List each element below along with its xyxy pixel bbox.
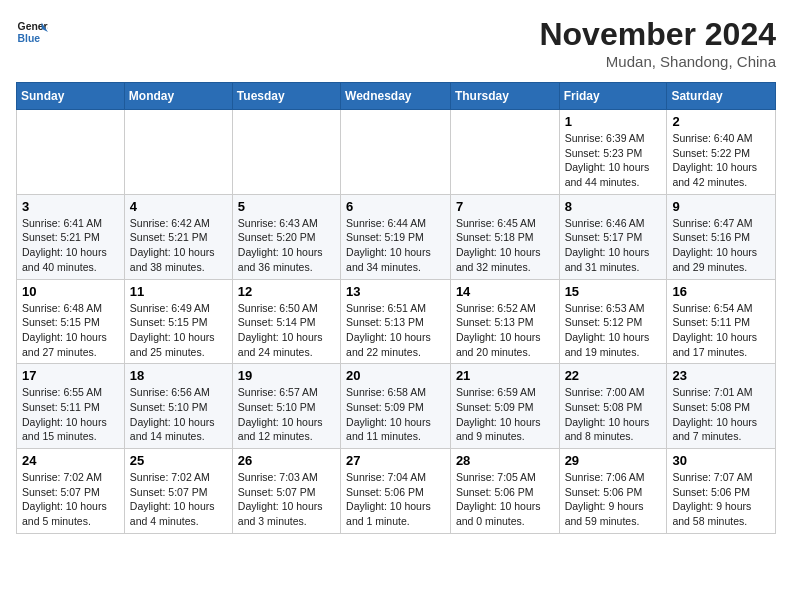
day-info: Sunrise: 7:05 AMSunset: 5:06 PMDaylight:… (456, 470, 554, 529)
calendar-day-cell: 26Sunrise: 7:03 AMSunset: 5:07 PMDayligh… (232, 449, 340, 534)
calendar-day-cell: 12Sunrise: 6:50 AMSunset: 5:14 PMDayligh… (232, 279, 340, 364)
day-number: 18 (130, 368, 227, 383)
day-number: 12 (238, 284, 335, 299)
day-info: Sunrise: 6:44 AMSunset: 5:19 PMDaylight:… (346, 216, 445, 275)
day-info: Sunrise: 7:02 AMSunset: 5:07 PMDaylight:… (22, 470, 119, 529)
calendar-day-cell: 10Sunrise: 6:48 AMSunset: 5:15 PMDayligh… (17, 279, 125, 364)
day-number: 9 (672, 199, 770, 214)
calendar-week-row: 3Sunrise: 6:41 AMSunset: 5:21 PMDaylight… (17, 194, 776, 279)
day-number: 1 (565, 114, 662, 129)
day-info: Sunrise: 6:46 AMSunset: 5:17 PMDaylight:… (565, 216, 662, 275)
calendar-day-cell: 30Sunrise: 7:07 AMSunset: 5:06 PMDayligh… (667, 449, 776, 534)
logo: General Blue (16, 16, 48, 48)
calendar-day-cell (450, 110, 559, 195)
day-info: Sunrise: 7:03 AMSunset: 5:07 PMDaylight:… (238, 470, 335, 529)
day-number: 5 (238, 199, 335, 214)
calendar-day-cell: 13Sunrise: 6:51 AMSunset: 5:13 PMDayligh… (341, 279, 451, 364)
calendar-day-cell: 3Sunrise: 6:41 AMSunset: 5:21 PMDaylight… (17, 194, 125, 279)
calendar-day-cell: 1Sunrise: 6:39 AMSunset: 5:23 PMDaylight… (559, 110, 667, 195)
calendar-day-cell: 2Sunrise: 6:40 AMSunset: 5:22 PMDaylight… (667, 110, 776, 195)
weekday-row: SundayMondayTuesdayWednesdayThursdayFrid… (17, 83, 776, 110)
weekday-header: Friday (559, 83, 667, 110)
calendar-day-cell (232, 110, 340, 195)
day-number: 11 (130, 284, 227, 299)
calendar-day-cell: 11Sunrise: 6:49 AMSunset: 5:15 PMDayligh… (124, 279, 232, 364)
calendar-day-cell (124, 110, 232, 195)
day-info: Sunrise: 6:59 AMSunset: 5:09 PMDaylight:… (456, 385, 554, 444)
day-number: 2 (672, 114, 770, 129)
day-number: 14 (456, 284, 554, 299)
day-info: Sunrise: 6:53 AMSunset: 5:12 PMDaylight:… (565, 301, 662, 360)
day-number: 27 (346, 453, 445, 468)
day-number: 22 (565, 368, 662, 383)
day-number: 10 (22, 284, 119, 299)
day-info: Sunrise: 6:39 AMSunset: 5:23 PMDaylight:… (565, 131, 662, 190)
calendar-week-row: 24Sunrise: 7:02 AMSunset: 5:07 PMDayligh… (17, 449, 776, 534)
day-info: Sunrise: 7:06 AMSunset: 5:06 PMDaylight:… (565, 470, 662, 529)
calendar-day-cell (341, 110, 451, 195)
calendar-day-cell: 16Sunrise: 6:54 AMSunset: 5:11 PMDayligh… (667, 279, 776, 364)
calendar-week-row: 1Sunrise: 6:39 AMSunset: 5:23 PMDaylight… (17, 110, 776, 195)
day-number: 30 (672, 453, 770, 468)
day-number: 29 (565, 453, 662, 468)
day-info: Sunrise: 6:56 AMSunset: 5:10 PMDaylight:… (130, 385, 227, 444)
day-info: Sunrise: 6:45 AMSunset: 5:18 PMDaylight:… (456, 216, 554, 275)
day-info: Sunrise: 6:40 AMSunset: 5:22 PMDaylight:… (672, 131, 770, 190)
location-subtitle: Mudan, Shandong, China (539, 53, 776, 70)
calendar-day-cell: 22Sunrise: 7:00 AMSunset: 5:08 PMDayligh… (559, 364, 667, 449)
day-number: 13 (346, 284, 445, 299)
day-number: 17 (22, 368, 119, 383)
day-number: 3 (22, 199, 119, 214)
calendar-day-cell: 20Sunrise: 6:58 AMSunset: 5:09 PMDayligh… (341, 364, 451, 449)
calendar-day-cell: 19Sunrise: 6:57 AMSunset: 5:10 PMDayligh… (232, 364, 340, 449)
calendar-week-row: 17Sunrise: 6:55 AMSunset: 5:11 PMDayligh… (17, 364, 776, 449)
day-info: Sunrise: 6:48 AMSunset: 5:15 PMDaylight:… (22, 301, 119, 360)
day-info: Sunrise: 7:02 AMSunset: 5:07 PMDaylight:… (130, 470, 227, 529)
weekday-header: Saturday (667, 83, 776, 110)
day-info: Sunrise: 6:54 AMSunset: 5:11 PMDaylight:… (672, 301, 770, 360)
weekday-header: Monday (124, 83, 232, 110)
calendar-day-cell: 7Sunrise: 6:45 AMSunset: 5:18 PMDaylight… (450, 194, 559, 279)
day-number: 25 (130, 453, 227, 468)
day-number: 6 (346, 199, 445, 214)
day-info: Sunrise: 6:42 AMSunset: 5:21 PMDaylight:… (130, 216, 227, 275)
calendar-day-cell: 25Sunrise: 7:02 AMSunset: 5:07 PMDayligh… (124, 449, 232, 534)
calendar-week-row: 10Sunrise: 6:48 AMSunset: 5:15 PMDayligh… (17, 279, 776, 364)
day-info: Sunrise: 6:57 AMSunset: 5:10 PMDaylight:… (238, 385, 335, 444)
calendar-day-cell: 28Sunrise: 7:05 AMSunset: 5:06 PMDayligh… (450, 449, 559, 534)
day-number: 16 (672, 284, 770, 299)
day-number: 7 (456, 199, 554, 214)
svg-text:Blue: Blue (18, 33, 41, 44)
calendar-day-cell: 15Sunrise: 6:53 AMSunset: 5:12 PMDayligh… (559, 279, 667, 364)
calendar-day-cell: 5Sunrise: 6:43 AMSunset: 5:20 PMDaylight… (232, 194, 340, 279)
calendar-day-cell: 23Sunrise: 7:01 AMSunset: 5:08 PMDayligh… (667, 364, 776, 449)
day-number: 28 (456, 453, 554, 468)
day-number: 26 (238, 453, 335, 468)
weekday-header: Sunday (17, 83, 125, 110)
weekday-header: Wednesday (341, 83, 451, 110)
day-number: 19 (238, 368, 335, 383)
page-header: General Blue November 2024 Mudan, Shando… (16, 16, 776, 70)
day-info: Sunrise: 7:07 AMSunset: 5:06 PMDaylight:… (672, 470, 770, 529)
calendar-day-cell: 24Sunrise: 7:02 AMSunset: 5:07 PMDayligh… (17, 449, 125, 534)
calendar-table: SundayMondayTuesdayWednesdayThursdayFrid… (16, 82, 776, 534)
calendar-day-cell: 29Sunrise: 7:06 AMSunset: 5:06 PMDayligh… (559, 449, 667, 534)
weekday-header: Tuesday (232, 83, 340, 110)
day-info: Sunrise: 6:41 AMSunset: 5:21 PMDaylight:… (22, 216, 119, 275)
day-number: 21 (456, 368, 554, 383)
calendar-day-cell: 18Sunrise: 6:56 AMSunset: 5:10 PMDayligh… (124, 364, 232, 449)
calendar-day-cell (17, 110, 125, 195)
day-info: Sunrise: 7:00 AMSunset: 5:08 PMDaylight:… (565, 385, 662, 444)
title-block: November 2024 Mudan, Shandong, China (539, 16, 776, 70)
day-number: 15 (565, 284, 662, 299)
calendar-header: SundayMondayTuesdayWednesdayThursdayFrid… (17, 83, 776, 110)
calendar-day-cell: 4Sunrise: 6:42 AMSunset: 5:21 PMDaylight… (124, 194, 232, 279)
day-number: 4 (130, 199, 227, 214)
weekday-header: Thursday (450, 83, 559, 110)
day-info: Sunrise: 6:51 AMSunset: 5:13 PMDaylight:… (346, 301, 445, 360)
day-info: Sunrise: 6:52 AMSunset: 5:13 PMDaylight:… (456, 301, 554, 360)
logo-icon: General Blue (16, 16, 48, 48)
day-number: 20 (346, 368, 445, 383)
day-info: Sunrise: 6:50 AMSunset: 5:14 PMDaylight:… (238, 301, 335, 360)
day-info: Sunrise: 7:01 AMSunset: 5:08 PMDaylight:… (672, 385, 770, 444)
